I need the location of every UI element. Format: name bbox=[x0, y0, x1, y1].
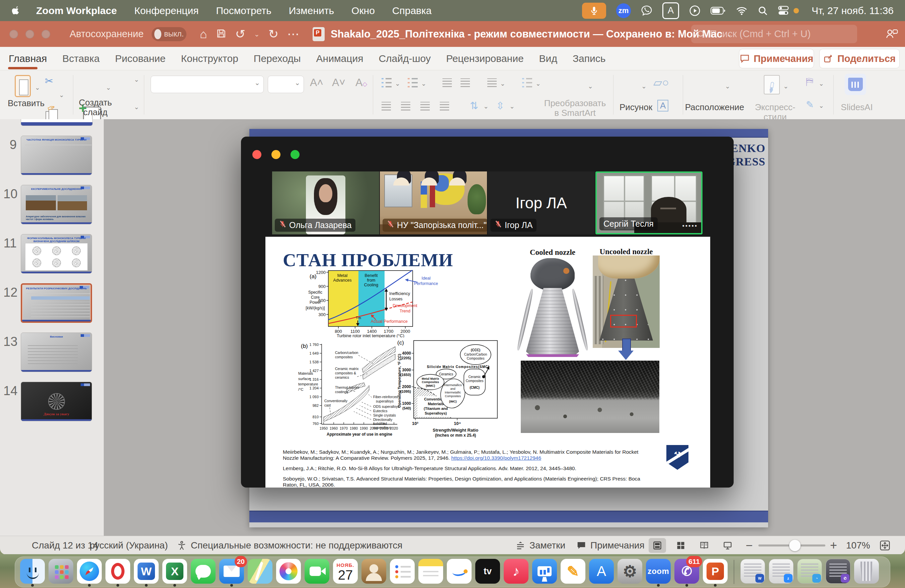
comments-button[interactable]: Примечания bbox=[739, 49, 814, 68]
edit-pen-icon[interactable]: ✎ bbox=[806, 99, 814, 110]
slide-thumbnail-partial[interactable] bbox=[21, 119, 93, 126]
slide-counter[interactable]: Слайд 12 из 14 bbox=[32, 536, 98, 555]
dock-photos-icon[interactable] bbox=[276, 557, 301, 586]
normal-view-button[interactable] bbox=[649, 538, 666, 553]
more-icon[interactable]: ⋯ bbox=[287, 28, 299, 40]
zoom-slider-knob[interactable] bbox=[789, 540, 800, 551]
line-spacing-icon[interactable] bbox=[487, 78, 497, 87]
arrange-label[interactable]: Расположение bbox=[683, 102, 746, 112]
undo-icon[interactable]: ↺ bbox=[235, 28, 245, 40]
dock-trash-icon[interactable] bbox=[854, 557, 879, 586]
document-title[interactable]: Shakalo_2025_Політехніка - режим совмест… bbox=[331, 28, 722, 40]
dock-minwin-viber-icon[interactable]: ✆ bbox=[826, 557, 851, 586]
battery-icon[interactable] bbox=[711, 6, 726, 15]
picture-chevron-icon[interactable]: ⌄ bbox=[641, 83, 647, 90]
dock-minwin-word-icon[interactable]: W bbox=[740, 557, 765, 586]
slideshow-view-button[interactable] bbox=[719, 538, 736, 553]
tab-Запись[interactable]: Запись bbox=[573, 53, 605, 64]
menubar-app-name[interactable]: Zoom Workplace bbox=[36, 5, 117, 16]
increase-font-icon[interactable]: A˄ bbox=[310, 76, 323, 89]
dock-finder-icon[interactable] bbox=[20, 557, 45, 586]
wifi-icon[interactable] bbox=[736, 5, 747, 16]
slide-thumbnail-13[interactable]: Висновки bbox=[21, 332, 92, 372]
layout-chevron-icon[interactable]: ⌄ bbox=[134, 76, 139, 83]
comments-statusbar-button[interactable]: Примечания bbox=[576, 536, 645, 555]
bullet-chevron-icon[interactable]: ⌄ bbox=[395, 80, 400, 87]
shapes-icon[interactable]: ▱○ bbox=[653, 76, 669, 89]
search-field[interactable]: Поиск (Cmd + Ctrl + U) bbox=[691, 25, 857, 43]
spacing-chevron-icon[interactable]: ⌄ bbox=[500, 80, 505, 87]
tab-Главная[interactable]: Главная bbox=[9, 53, 47, 64]
tab-Анимация[interactable]: Анимация bbox=[316, 53, 364, 64]
dock-mail-icon[interactable]: 20 bbox=[219, 557, 245, 586]
dock-settings-icon[interactable]: ⚙ bbox=[617, 557, 643, 586]
zoom-meeting-window[interactable]: Ольга ЛазареваНУ "Запорізька політ..."Іг… bbox=[241, 137, 734, 488]
zoom-slider[interactable] bbox=[758, 536, 826, 555]
spotlight-search-icon[interactable] bbox=[757, 5, 768, 16]
tab-Вставка[interactable]: Вставка bbox=[62, 53, 100, 64]
tab-Вид[interactable]: Вид bbox=[539, 53, 557, 64]
dock-launchpad-icon[interactable] bbox=[48, 557, 74, 586]
decrease-indent-icon[interactable] bbox=[443, 78, 452, 87]
video-tile-3[interactable]: Ігор ЛАІгор ЛА bbox=[487, 172, 595, 234]
justify-icon[interactable] bbox=[440, 102, 449, 111]
reading-view-button[interactable] bbox=[695, 538, 713, 553]
arrange-chevron-icon[interactable]: ⌄ bbox=[725, 83, 730, 90]
smartart-chevron-icon[interactable]: ⌄ bbox=[588, 83, 593, 90]
zoom-menubar-icon[interactable]: zm bbox=[616, 3, 631, 18]
playback-icon[interactable] bbox=[689, 5, 700, 16]
slidesai-label[interactable]: SlidesAI bbox=[837, 102, 877, 112]
section-chevron-icon[interactable]: ⌄ bbox=[134, 103, 139, 111]
zoom-in-button[interactable]: + bbox=[830, 536, 837, 555]
dock-contacts-icon[interactable] bbox=[361, 557, 387, 586]
new-slide-chevron-icon[interactable]: ⌄ bbox=[106, 84, 111, 91]
columns-chevron-icon[interactable]: ⌄ bbox=[535, 80, 541, 87]
dock-viber-icon[interactable]: ✆611 bbox=[674, 557, 700, 586]
undo-chevron-icon[interactable]: ⌄ bbox=[254, 30, 260, 38]
slide-thumbnail-9[interactable]: ЧАСТОТНА ФУНКЦІЯ МОНОКОЛЕСА ТУРБІНИ bbox=[21, 136, 92, 175]
mic-active-icon[interactable] bbox=[582, 3, 606, 19]
presence-icon[interactable] bbox=[885, 27, 898, 42]
dock-safari-icon[interactable] bbox=[77, 557, 102, 586]
notes-button[interactable]: Заметки bbox=[515, 536, 565, 555]
clear-format-icon[interactable]: A◇ bbox=[356, 76, 367, 89]
dock-zoom-icon[interactable]: zoom bbox=[646, 557, 671, 586]
menubar-menu-item[interactable]: Посмотреть bbox=[216, 5, 271, 16]
text-box-icon[interactable]: А bbox=[657, 100, 668, 111]
dock-stocks-icon[interactable] bbox=[446, 557, 472, 586]
new-slide-label[interactable]: Создатьслайд bbox=[77, 98, 114, 117]
smartart-label[interactable]: Преобразоватьв SmartArt bbox=[538, 99, 612, 118]
align-right-icon[interactable] bbox=[421, 102, 430, 111]
dock-minwin-safari-icon[interactable]: ◔ bbox=[797, 557, 822, 586]
slide-thumbnail-10[interactable]: ЕКСПЕРИМЕНТАЛЬНЕ ДОСЛІДЖЕННЯАпаратурне з… bbox=[21, 185, 92, 224]
tab-Переходы[interactable]: Переходы bbox=[254, 53, 301, 64]
share-button[interactable]: Поделиться bbox=[819, 49, 900, 68]
save-icon[interactable] bbox=[216, 28, 227, 40]
menubar-menu-item[interactable]: Окно bbox=[351, 5, 375, 16]
autosave-toggle[interactable]: выкл. bbox=[152, 27, 186, 41]
quick-styles-icon[interactable]: 🖌 bbox=[764, 75, 780, 94]
paste-chevron-icon[interactable]: ⌄ bbox=[35, 84, 40, 91]
video-tile-2[interactable]: НУ "Запорізька політ..." bbox=[380, 172, 487, 234]
menubar-clock[interactable]: Чт, 27 нояб. 11:36 bbox=[811, 5, 894, 16]
dock-music-icon[interactable]: ♪ bbox=[503, 557, 529, 586]
pen-chevron-icon[interactable]: ⌄ bbox=[819, 102, 824, 110]
zoom-close-button[interactable] bbox=[252, 150, 261, 159]
slide-thumbnail-11[interactable]: ФОРМИ КОЛИВАНЬ МОНОКОЛЕСА ТУРБІНИ ВИЗНАЧ… bbox=[21, 234, 92, 273]
font-size-select[interactable] bbox=[268, 76, 304, 93]
decrease-font-icon[interactable]: A˅ bbox=[332, 76, 345, 89]
menubar-menu-item[interactable]: Изменить bbox=[289, 5, 334, 16]
align-left-icon[interactable] bbox=[381, 102, 391, 111]
tab-Рисование[interactable]: Рисование bbox=[115, 53, 166, 64]
text-direction-chevron-icon[interactable]: ⌄ bbox=[483, 102, 489, 110]
picture-label[interactable]: Рисунок bbox=[616, 102, 656, 112]
fill-chevron-icon[interactable]: ⌄ bbox=[819, 80, 824, 87]
control-center-icon[interactable] bbox=[778, 5, 789, 16]
dock-reminders-icon[interactable] bbox=[390, 557, 415, 586]
dock-word-icon[interactable]: W bbox=[133, 557, 159, 586]
redo-icon[interactable]: ↻ bbox=[268, 28, 278, 40]
doi-link[interactable]: https://doi.org/10.3390/polym17212946 bbox=[451, 455, 541, 461]
text-direction-icon[interactable]: ⇅ bbox=[470, 100, 478, 111]
paste-label[interactable]: Вставить bbox=[6, 99, 46, 108]
cut-icon[interactable]: ✂ bbox=[45, 75, 53, 87]
